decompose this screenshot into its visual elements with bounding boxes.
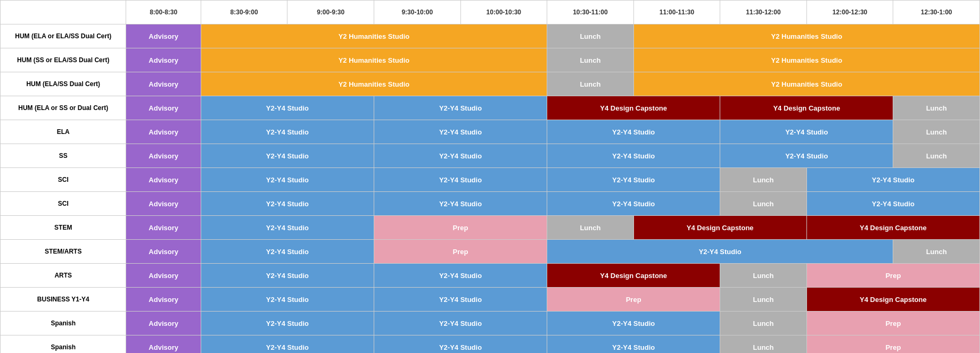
table-row: BUSINESS Y1-Y4AdvisoryY2-Y4 StudioY2-Y4 … — [1, 288, 980, 312]
cell-4-5: Lunch — [893, 120, 980, 144]
cell-1-3: Y2 Humanities Studio — [633, 48, 979, 72]
cell-4-2: Y2-Y4 Studio — [374, 120, 547, 144]
cell-0-2: Lunch — [547, 24, 634, 48]
cell-6-3: Y2-Y4 Studio — [547, 168, 720, 192]
cell-12-3: Y2-Y4 Studio — [547, 312, 720, 335]
table-row: ARTSAdvisoryY2-Y4 StudioY2-Y4 StudioY4 D… — [1, 264, 980, 288]
cell-3-4: Y4 Design Capstone — [720, 96, 893, 120]
cell-3-5: Lunch — [893, 96, 980, 120]
table-row: HUM (ELA or ELA/SS Dual Cert)AdvisoryY2 … — [1, 24, 980, 48]
row-label: STEM/ARTS — [1, 240, 126, 264]
row-label: SCI — [1, 192, 126, 216]
row-label: BUSINESS Y1-Y4 — [1, 288, 126, 312]
cell-8-0: Advisory — [126, 216, 201, 240]
cell-3-2: Y2-Y4 Studio — [374, 96, 547, 120]
cell-4-3: Y2-Y4 Studio — [547, 120, 720, 144]
cell-4-0: Advisory — [126, 120, 201, 144]
time-header-4: 9:30-10:00 — [374, 1, 460, 24]
time-header-9: 12:00-12:30 — [806, 1, 893, 24]
cell-8-3: Lunch — [547, 216, 634, 240]
cell-2-3: Y2 Humanities Studio — [633, 72, 979, 96]
cell-7-2: Y2-Y4 Studio — [374, 192, 547, 216]
table-row: HUM (ELA or SS or Dual Cert)AdvisoryY2-Y… — [1, 96, 980, 120]
table-row: SCIAdvisoryY2-Y4 StudioY2-Y4 StudioY2-Y4… — [1, 192, 980, 216]
time-header-10: 12:30-1:00 — [893, 1, 980, 24]
cell-5-5: Lunch — [893, 144, 980, 168]
cell-10-4: Lunch — [720, 264, 807, 288]
cell-5-0: Advisory — [126, 144, 201, 168]
cell-7-0: Advisory — [126, 192, 201, 216]
cell-11-5: Y4 Design Capstone — [806, 288, 979, 312]
cell-12-1: Y2-Y4 Studio — [201, 312, 374, 335]
cell-8-1: Y2-Y4 Studio — [201, 216, 374, 240]
cell-10-1: Y2-Y4 Studio — [201, 264, 374, 288]
cell-13-2: Y2-Y4 Studio — [374, 335, 547, 354]
cell-6-5: Y2-Y4 Studio — [806, 168, 979, 192]
table-row: SpanishAdvisoryY2-Y4 StudioY2-Y4 StudioY… — [1, 335, 980, 354]
cell-1-2: Lunch — [547, 48, 634, 72]
cell-13-1: Y2-Y4 Studio — [201, 335, 374, 354]
cell-9-2: Prep — [374, 240, 547, 264]
cell-0-3: Y2 Humanities Studio — [633, 24, 979, 48]
table-row: SpanishAdvisoryY2-Y4 StudioY2-Y4 StudioY… — [1, 312, 980, 335]
cell-12-0: Advisory — [126, 312, 201, 335]
row-label: ARTS — [1, 264, 126, 288]
cell-1-1: Y2 Humanities Studio — [201, 48, 547, 72]
time-header-3: 9:00-9:30 — [287, 1, 374, 24]
cell-4-4: Y2-Y4 Studio — [720, 120, 893, 144]
row-label: SS — [1, 144, 126, 168]
cell-6-4: Lunch — [720, 168, 807, 192]
time-header-7: 11:00-11:30 — [633, 1, 720, 24]
row-label: Spanish — [1, 312, 126, 335]
row-label: Spanish — [1, 335, 126, 354]
row-label: HUM (SS or ELA/SS Dual Cert) — [1, 48, 126, 72]
row-label: HUM (ELA or ELA/SS Dual Cert) — [1, 24, 126, 48]
table-row: SCIAdvisoryY2-Y4 StudioY2-Y4 StudioY2-Y4… — [1, 168, 980, 192]
table-row: ELAAdvisoryY2-Y4 StudioY2-Y4 StudioY2-Y4… — [1, 120, 980, 144]
cell-3-1: Y2-Y4 Studio — [201, 96, 374, 120]
cell-1-0: Advisory — [126, 48, 201, 72]
row-label: HUM (ELA or SS or Dual Cert) — [1, 96, 126, 120]
label-header — [1, 1, 126, 24]
cell-8-5: Y4 Design Capstone — [806, 216, 979, 240]
table-row: HUM (ELA/SS Dual Cert)AdvisoryY2 Humanit… — [1, 72, 980, 96]
cell-12-4: Lunch — [720, 312, 807, 335]
cell-7-5: Y2-Y4 Studio — [806, 192, 979, 216]
header-row: 8:00-8:30 8:30-9:00 9:00-9:30 9:30-10:00… — [1, 1, 980, 24]
cell-6-2: Y2-Y4 Studio — [374, 168, 547, 192]
cell-10-5: Prep — [806, 264, 979, 288]
cell-0-0: Advisory — [126, 24, 201, 48]
cell-13-5: Prep — [806, 335, 979, 354]
cell-10-2: Y2-Y4 Studio — [374, 264, 547, 288]
time-header-8: 11:30-12:00 — [720, 1, 807, 24]
cell-9-3: Y2-Y4 Studio — [547, 240, 893, 264]
row-label: SCI — [1, 168, 126, 192]
cell-6-1: Y2-Y4 Studio — [201, 168, 374, 192]
cell-2-0: Advisory — [126, 72, 201, 96]
time-header-5: 10:00-10:30 — [460, 1, 547, 24]
cell-13-0: Advisory — [126, 335, 201, 354]
table-row: STEM/ARTSAdvisoryY2-Y4 StudioPrepY2-Y4 S… — [1, 240, 980, 264]
table-row: SSAdvisoryY2-Y4 StudioY2-Y4 StudioY2-Y4 … — [1, 144, 980, 168]
cell-10-0: Advisory — [126, 264, 201, 288]
cell-7-3: Y2-Y4 Studio — [547, 192, 720, 216]
time-header-2: 8:30-9:00 — [201, 1, 287, 24]
cell-8-4: Y4 Design Capstone — [633, 216, 806, 240]
table-row: HUM (SS or ELA/SS Dual Cert)AdvisoryY2 H… — [1, 48, 980, 72]
cell-2-2: Lunch — [547, 72, 634, 96]
cell-6-0: Advisory — [126, 168, 201, 192]
cell-13-3: Y2-Y4 Studio — [547, 335, 720, 354]
cell-12-2: Y2-Y4 Studio — [374, 312, 547, 335]
row-label: STEM — [1, 216, 126, 240]
cell-5-2: Y2-Y4 Studio — [374, 144, 547, 168]
cell-3-3: Y4 Design Capstone — [547, 96, 720, 120]
cell-5-1: Y2-Y4 Studio — [201, 144, 374, 168]
time-header-1: 8:00-8:30 — [126, 1, 201, 24]
cell-8-2: Prep — [374, 216, 547, 240]
cell-0-1: Y2 Humanities Studio — [201, 24, 547, 48]
row-label: HUM (ELA/SS Dual Cert) — [1, 72, 126, 96]
row-label: ELA — [1, 120, 126, 144]
cell-4-1: Y2-Y4 Studio — [201, 120, 374, 144]
cell-9-4: Lunch — [893, 240, 980, 264]
cell-13-4: Lunch — [720, 335, 807, 354]
